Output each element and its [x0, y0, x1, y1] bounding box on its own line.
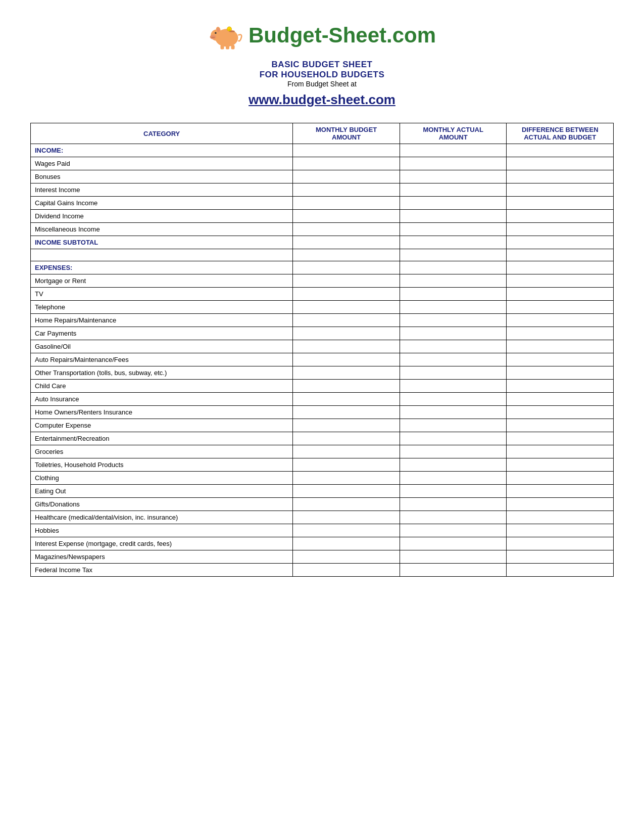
empty-row	[31, 249, 614, 261]
row-budget-cell	[293, 498, 400, 511]
row-actual-cell	[400, 472, 507, 485]
page: $ Budget-Sheet.com BASIC BUDGET SHEET FO…	[0, 0, 644, 834]
row-label: Federal Income Tax	[31, 564, 293, 577]
row-actual-cell	[400, 314, 507, 327]
table-header-row: CATEGORY MONTHLY BUDGETAMOUNT MONTHLY AC…	[31, 123, 614, 144]
row-label: Mortgage or Rent	[31, 274, 293, 288]
table-row: Clothing	[31, 472, 614, 485]
table-row: Entertainment/Recreation	[31, 432, 614, 445]
table-row: Child Care	[31, 380, 614, 393]
section-actual-cell	[400, 144, 507, 157]
row-diff-cell	[507, 406, 614, 419]
row-diff-cell	[507, 472, 614, 485]
table-row: Mortgage or Rent	[31, 274, 614, 288]
section-budget-cell	[293, 261, 400, 274]
row-diff-cell	[507, 340, 614, 353]
row-diff-cell	[507, 419, 614, 432]
row-actual-cell	[400, 564, 507, 577]
table-row: Gasoline/Oil	[31, 340, 614, 353]
row-actual-cell	[400, 380, 507, 393]
row-label: Car Payments	[31, 327, 293, 340]
website-link[interactable]: www.budget-sheet.com	[30, 92, 614, 108]
row-actual-cell	[400, 353, 507, 366]
logo-title: Budget-Sheet.com	[249, 23, 436, 48]
logo-area: $ Budget-Sheet.com	[30, 20, 614, 51]
section-header-row: INCOME:	[31, 144, 614, 157]
section-actual-cell	[400, 236, 507, 249]
table-row: Telephone	[31, 301, 614, 314]
table-row: Home Owners/Renters Insurance	[31, 406, 614, 419]
row-actual-cell	[400, 210, 507, 223]
row-actual-cell	[400, 170, 507, 183]
row-budget-cell	[293, 327, 400, 340]
subtitle-line3: From Budget Sheet at	[30, 80, 614, 88]
row-diff-cell	[507, 157, 614, 170]
row-diff-cell	[507, 353, 614, 366]
row-actual-cell	[400, 327, 507, 340]
row-diff-cell	[507, 183, 614, 197]
table-row: Other Transportation (tolls, bus, subway…	[31, 366, 614, 380]
table-row: Federal Income Tax	[31, 564, 614, 577]
row-budget-cell	[293, 564, 400, 577]
row-actual-cell	[400, 288, 507, 301]
row-label: TV	[31, 288, 293, 301]
row-label: Gifts/Donations	[31, 498, 293, 511]
row-diff-cell	[507, 327, 614, 340]
row-diff-cell	[507, 550, 614, 564]
row-diff-cell	[507, 380, 614, 393]
row-label: Home Repairs/Maintenance	[31, 314, 293, 327]
row-diff-cell	[507, 197, 614, 210]
row-diff-cell	[507, 537, 614, 550]
svg-rect-9	[226, 45, 229, 50]
table-row: Computer Expense	[31, 419, 614, 432]
pig-icon: $	[208, 20, 243, 51]
row-budget-cell	[293, 393, 400, 406]
row-budget-cell	[293, 314, 400, 327]
row-budget-cell	[293, 288, 400, 301]
row-diff-cell	[507, 274, 614, 288]
row-budget-cell	[293, 170, 400, 183]
row-actual-cell	[400, 274, 507, 288]
row-actual-cell	[400, 511, 507, 524]
table-row: Interest Income	[31, 183, 614, 197]
row-label: Dividend Income	[31, 210, 293, 223]
row-actual-cell	[400, 445, 507, 458]
row-actual-cell	[400, 432, 507, 445]
row-label: Hobbies	[31, 524, 293, 537]
row-budget-cell	[293, 406, 400, 419]
table-row: Bonuses	[31, 170, 614, 183]
row-label: Auto Repairs/Maintenance/Fees	[31, 353, 293, 366]
row-budget-cell	[293, 472, 400, 485]
row-budget-cell	[293, 445, 400, 458]
row-diff-cell	[507, 210, 614, 223]
row-label: Interest Income	[31, 183, 293, 197]
row-diff-cell	[507, 432, 614, 445]
row-label: Clothing	[31, 472, 293, 485]
table-row: Hobbies	[31, 524, 614, 537]
section-diff-cell	[507, 236, 614, 249]
row-budget-cell	[293, 458, 400, 472]
table-row: Auto Insurance	[31, 393, 614, 406]
row-actual-cell	[400, 406, 507, 419]
row-diff-cell	[507, 564, 614, 577]
row-budget-cell	[293, 274, 400, 288]
section-label: INCOME SUBTOTAL	[31, 236, 293, 249]
svg-point-3	[212, 37, 213, 38]
table-row: Magazines/Newspapers	[31, 550, 614, 564]
svg-point-2	[210, 35, 216, 39]
row-label: Telephone	[31, 301, 293, 314]
row-label: Toiletries, Household Products	[31, 458, 293, 472]
section-label: INCOME:	[31, 144, 293, 157]
row-actual-cell	[400, 419, 507, 432]
section-diff-cell	[507, 144, 614, 157]
row-actual-cell	[400, 537, 507, 550]
svg-text:$: $	[228, 28, 230, 31]
row-budget-cell	[293, 419, 400, 432]
header-diff: DIFFERENCE BETWEENACTUAL AND BUDGET	[507, 123, 614, 144]
header-budget: MONTHLY BUDGETAMOUNT	[293, 123, 400, 144]
row-actual-cell	[400, 340, 507, 353]
table-row: Auto Repairs/Maintenance/Fees	[31, 353, 614, 366]
row-budget-cell	[293, 380, 400, 393]
row-label: Healthcare (medical/dental/vision, inc. …	[31, 511, 293, 524]
row-diff-cell	[507, 314, 614, 327]
